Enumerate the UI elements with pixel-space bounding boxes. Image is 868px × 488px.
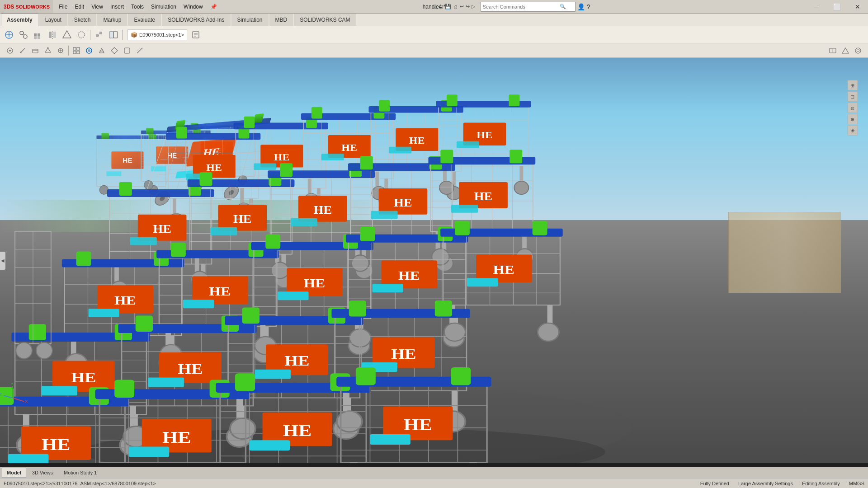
tab-mbd[interactable]: MBD xyxy=(269,14,293,26)
svg-rect-224 xyxy=(200,172,212,186)
svg-rect-314 xyxy=(171,243,186,257)
svg-rect-138 xyxy=(254,163,276,170)
svg-rect-29 xyxy=(33,49,38,53)
view-tool-8[interactable] xyxy=(96,45,108,56)
exploded-view-btn[interactable] xyxy=(92,28,106,42)
tab-motion-study[interactable]: Motion Study 1 xyxy=(59,468,102,478)
help-icon[interactable]: ? xyxy=(587,3,590,10)
user-icon[interactable]: 👤 xyxy=(577,3,585,10)
svg-rect-228 xyxy=(210,227,237,235)
view-tool-10[interactable] xyxy=(121,45,133,56)
svg-rect-441 xyxy=(435,300,452,317)
svg-rect-296 xyxy=(76,252,91,266)
svg-text:HE: HE xyxy=(341,142,357,153)
svg-point-529 xyxy=(16,343,32,359)
tab-sketch[interactable]: Sketch xyxy=(68,14,97,26)
svg-text:HE: HE xyxy=(476,130,492,141)
close-button[interactable]: ✕ xyxy=(847,0,868,14)
svg-text:⊕: ⊕ xyxy=(850,117,854,122)
tab-markup[interactable]: Markup xyxy=(97,14,127,26)
menu-edit[interactable]: Edit xyxy=(71,0,88,13)
svg-marker-13 xyxy=(63,31,71,38)
svg-text:Z: Z xyxy=(0,392,2,397)
tab-model[interactable]: Model xyxy=(2,468,26,478)
svg-text:HE: HE xyxy=(167,151,177,159)
view-tool-7[interactable] xyxy=(83,45,95,56)
view-toolbar xyxy=(0,43,868,58)
svg-text:◈: ◈ xyxy=(851,127,855,133)
search-input[interactable] xyxy=(483,4,560,9)
view-tool-11[interactable] xyxy=(134,45,146,56)
tab-evaluate[interactable]: Evaluate xyxy=(128,14,161,26)
mirror-btn[interactable] xyxy=(46,28,59,42)
view-tool-6[interactable] xyxy=(71,45,82,56)
svg-rect-188 xyxy=(447,94,458,106)
view-tool-3[interactable] xyxy=(29,45,41,56)
linear-pattern-btn[interactable] xyxy=(31,28,45,42)
svg-rect-518 xyxy=(370,434,410,445)
menu-tools[interactable]: Tools xyxy=(127,0,147,13)
svg-rect-174 xyxy=(389,147,411,154)
svg-rect-278 xyxy=(440,150,453,163)
svg-text:HE: HE xyxy=(274,152,290,163)
svg-rect-7 xyxy=(38,33,40,36)
svg-point-62 xyxy=(99,185,108,194)
svg-rect-318 xyxy=(183,300,214,308)
svg-rect-15 xyxy=(96,34,99,37)
menu-file[interactable]: File xyxy=(55,0,71,13)
view-tool-9[interactable] xyxy=(108,45,120,56)
menu-insert[interactable]: Insert xyxy=(107,0,127,13)
view-right-2[interactable] xyxy=(840,45,851,56)
view-tool-1[interactable] xyxy=(4,45,16,56)
view-tool-5[interactable] xyxy=(55,45,66,56)
svg-rect-116 xyxy=(176,127,187,139)
svg-text:HE: HE xyxy=(42,436,71,454)
svg-text:⊞: ⊞ xyxy=(850,83,854,88)
svg-text:HE: HE xyxy=(394,196,412,209)
assembly-feature-btn[interactable] xyxy=(60,28,74,42)
svg-rect-57 xyxy=(101,133,108,139)
menu-pin[interactable]: 📌 xyxy=(207,0,221,13)
breadcrumb-path: E09075001.step<1> xyxy=(139,32,184,38)
svg-rect-210 xyxy=(130,237,157,245)
insert-component-btn[interactable] xyxy=(2,28,16,42)
view-tool-2[interactable] xyxy=(17,45,28,56)
status-large-assembly: Large Assembly Settings xyxy=(738,481,793,486)
menu-view[interactable]: View xyxy=(88,0,107,13)
minimize-button[interactable]: ─ xyxy=(806,0,826,14)
svg-rect-515 xyxy=(451,367,471,385)
svg-rect-279 xyxy=(509,150,522,163)
svg-rect-134 xyxy=(244,117,255,128)
view-right-3[interactable] xyxy=(852,45,864,56)
tab-assembly[interactable]: Assembly xyxy=(1,14,38,26)
svg-rect-156 xyxy=(321,154,344,160)
reference-geometry-btn[interactable] xyxy=(75,28,88,42)
tab-addins[interactable]: SOLIDWORKS Add-Ins xyxy=(162,14,230,26)
svg-text:HE: HE xyxy=(162,429,191,446)
svg-rect-336 xyxy=(278,291,308,300)
svg-point-267 xyxy=(351,255,369,272)
menu-window[interactable]: Window xyxy=(180,0,207,13)
document-title: handle4 * xyxy=(423,4,446,10)
svg-rect-10 xyxy=(49,32,52,38)
svg-rect-9 xyxy=(38,36,40,39)
tab-3d-views[interactable]: 3D Views xyxy=(27,468,58,478)
smart-mates-btn[interactable] xyxy=(17,28,30,42)
svg-rect-495 xyxy=(235,373,255,391)
svg-text:HE: HE xyxy=(283,422,312,440)
tab-layout[interactable]: Layout xyxy=(39,14,67,26)
breadcrumb-icon-btn[interactable] xyxy=(189,28,203,42)
view-tool-4[interactable] xyxy=(42,45,54,56)
svg-rect-514 xyxy=(356,367,376,385)
tab-solidworks-cam[interactable]: SOLIDWORKS CAM xyxy=(294,14,356,26)
view-right-1[interactable] xyxy=(827,45,839,56)
svg-rect-16 xyxy=(99,32,102,34)
collapse-panel-arrow[interactable]: ◀ xyxy=(0,252,5,270)
menu-simulation[interactable]: Simulation xyxy=(147,0,180,13)
search-box[interactable]: 🔍 xyxy=(481,2,576,12)
svg-rect-246 xyxy=(291,218,317,226)
section-view-btn[interactable] xyxy=(107,28,120,42)
tab-simulation[interactable]: Simulation xyxy=(231,14,269,26)
maximize-button[interactable]: ⬜ xyxy=(826,0,847,14)
svg-rect-462 xyxy=(8,454,48,463)
